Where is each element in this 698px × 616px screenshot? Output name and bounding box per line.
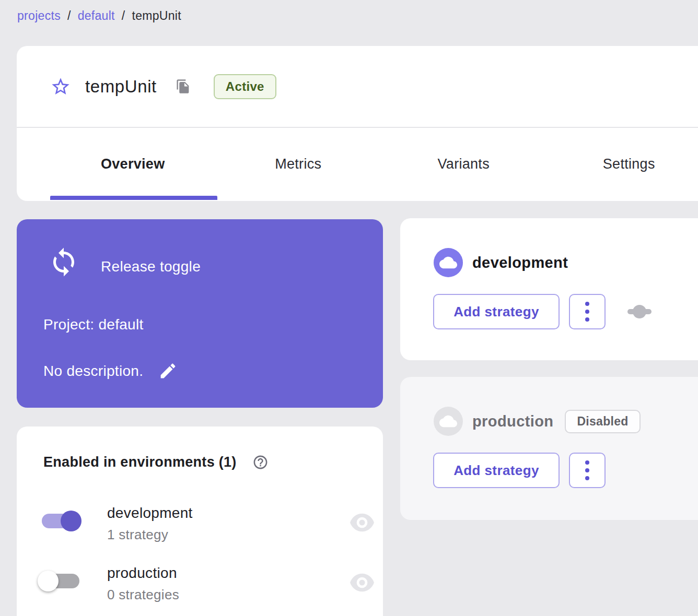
environment-strategy-count: 1 strategy: [107, 527, 168, 543]
environment-row-name: development: [107, 505, 193, 522]
help-circle-icon: [252, 454, 269, 470]
description-text: No description.: [43, 363, 143, 380]
more-options-button[interactable]: [569, 453, 606, 488]
pencil-icon: [158, 361, 178, 381]
tab-variants[interactable]: Variants: [381, 128, 546, 200]
loop-icon: [48, 246, 79, 278]
breadcrumb-separator: /: [122, 9, 125, 23]
copy-icon: [176, 79, 191, 94]
enabled-environments-card: Enabled in environments (1) development …: [17, 427, 383, 616]
enabled-environments-title: Enabled in environments (1): [43, 454, 237, 470]
star-outline-icon: [50, 76, 71, 97]
tab-settings[interactable]: Settings: [546, 128, 698, 200]
breadcrumb-link-projects[interactable]: projects: [17, 9, 61, 23]
kebab-icon: [585, 317, 589, 322]
environment-header: development: [434, 248, 568, 277]
environment-actions: Add strategy: [433, 453, 606, 488]
breadcrumb-current: tempUnit: [132, 9, 181, 23]
tab-metrics[interactable]: Metrics: [216, 128, 381, 200]
environment-card-development: development Add strategy: [400, 218, 698, 360]
environment-strategy-count: 0 strategies: [107, 587, 179, 603]
description-row: No description.: [43, 361, 178, 381]
add-strategy-button[interactable]: Add strategy: [433, 294, 560, 329]
environment-header: production Disabled: [434, 407, 641, 436]
environment-toggle-row-production: production 0 strategies: [39, 565, 374, 604]
toggle-type-label: Release toggle: [101, 258, 201, 275]
status-badge: Active: [214, 74, 276, 99]
favorite-button[interactable]: [50, 76, 71, 97]
environment-toggle-production[interactable]: [42, 574, 79, 588]
breadcrumb-separator: /: [67, 9, 71, 23]
edit-description-button[interactable]: [158, 361, 178, 381]
environment-name: development: [472, 254, 568, 271]
feature-title-row: tempUnit Active: [17, 46, 698, 128]
breadcrumb: projects / default / tempUnit: [17, 9, 181, 23]
feature-header-card: tempUnit Active Overview Metrics Variant…: [17, 46, 698, 201]
connector-icon: [627, 304, 652, 319]
kebab-icon: [585, 302, 589, 306]
environment-card-production: production Disabled Add strategy: [400, 377, 698, 520]
environment-toggle-row-development: development 1 strategy: [39, 505, 374, 544]
eye-icon: [350, 513, 374, 532]
eye-icon: [350, 573, 374, 592]
environment-toggle-development[interactable]: [42, 514, 79, 528]
tab-bar: Overview Metrics Variants Settings: [17, 128, 698, 200]
more-options-button[interactable]: [569, 294, 606, 329]
kebab-icon: [585, 460, 589, 465]
environment-actions: Add strategy: [433, 294, 652, 329]
page-title: tempUnit: [85, 77, 157, 97]
feature-overview-card: Release toggle Project: default No descr…: [17, 219, 383, 408]
kebab-icon: [585, 310, 589, 314]
copy-name-button[interactable]: [176, 79, 191, 94]
active-tab-indicator: [50, 196, 217, 200]
help-button[interactable]: [252, 454, 269, 470]
add-strategy-button[interactable]: Add strategy: [433, 453, 560, 488]
environment-name: production: [472, 413, 553, 430]
breadcrumb-link-default[interactable]: default: [78, 9, 115, 23]
kebab-icon: [585, 468, 589, 472]
tab-overview[interactable]: Overview: [50, 128, 216, 200]
kebab-icon: [585, 476, 589, 480]
environment-row-name: production: [107, 565, 177, 582]
cloud-icon: [434, 407, 463, 436]
disabled-chip: Disabled: [565, 410, 640, 433]
project-label: Project: default: [43, 316, 144, 333]
cloud-icon: [434, 248, 463, 277]
